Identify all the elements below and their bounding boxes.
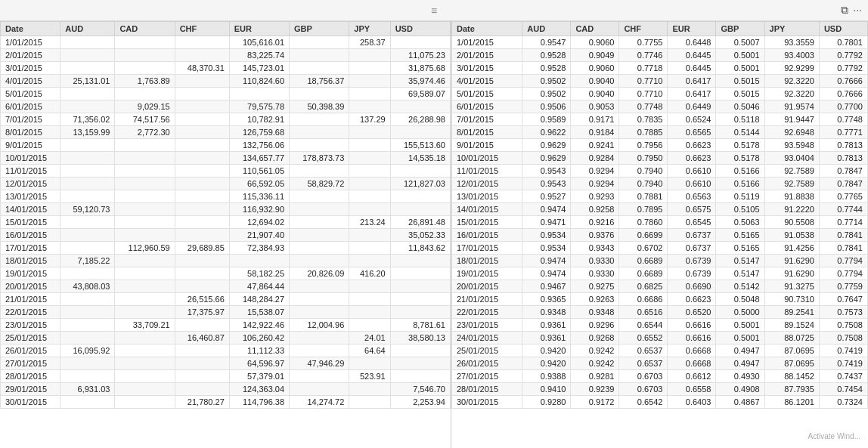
right-col-header-date: Date — [451, 22, 522, 36]
left-cell-r12-c1 — [60, 190, 115, 203]
right-cell-r14-c4: 0.6545 — [668, 216, 716, 229]
right-cell-r5-c7: 0.7700 — [819, 100, 867, 113]
right-cell-r16-c1: 0.9534 — [522, 242, 571, 255]
left-cell-r20-c0: 21/01/2015 — [1, 293, 60, 306]
right-cell-r1-c2: 0.9049 — [571, 49, 619, 62]
left-cell-r26-c1 — [60, 370, 115, 383]
restore-icon[interactable]: ⧉ — [841, 4, 848, 17]
right-table-panel[interactable]: DateAUDCADCHFEURGBPJPYUSD 1/01/20150.954… — [451, 21, 868, 448]
right-cell-r22-c6: 89.1524 — [764, 319, 819, 332]
left-cell-r11-c0: 12/01/2015 — [1, 178, 60, 190]
left-cell-r4-c3 — [175, 88, 229, 100]
left-cell-r7-c4: 126,759.68 — [229, 126, 289, 139]
left-cell-r3-c1: 25,131.01 — [60, 75, 115, 88]
left-cell-r18-c1 — [60, 267, 115, 280]
left-cell-r12-c0: 13/01/2015 — [1, 190, 60, 203]
right-cell-r3-c4: 0.6417 — [668, 75, 716, 88]
left-cell-r13-c7 — [390, 203, 450, 216]
right-col-header-jpy: JPY — [764, 22, 819, 36]
table-row: 24/01/20150.93610.92680.65520.66160.5001… — [451, 332, 867, 344]
right-cell-r6-c2: 0.9171 — [571, 113, 619, 126]
table-row: 16/01/201521,907.4035,052.33 — [1, 229, 451, 242]
right-cell-r0-c4: 0.6448 — [668, 36, 716, 49]
right-cell-r13-c5: 0.5105 — [716, 203, 764, 216]
table-row: 10/01/20150.96290.92840.79500.66230.5178… — [451, 152, 867, 165]
left-cell-r3-c2: 1,763.89 — [115, 75, 175, 88]
left-cell-r7-c0: 8/01/2015 — [1, 126, 60, 139]
table-row: 25/01/20150.94200.92420.65370.66680.4947… — [451, 344, 867, 357]
right-cell-r23-c3: 0.6552 — [619, 332, 668, 344]
left-cell-r12-c5 — [290, 190, 349, 203]
right-cell-r27-c0: 28/01/2015 — [451, 383, 522, 396]
right-cell-r10-c0: 11/01/2015 — [451, 165, 522, 178]
right-cell-r4-c6: 92.3220 — [764, 88, 819, 100]
right-cell-r3-c3: 0.7710 — [619, 75, 668, 88]
left-cell-r7-c1: 13,159.99 — [60, 126, 115, 139]
table-row: 28/01/20150.94100.92390.67030.65580.4908… — [451, 383, 867, 396]
menu-icon[interactable]: ··· — [853, 4, 862, 17]
left-table-panel[interactable]: DateAUDCADCHFEURGBPJPYUSD 1/01/2015105,6… — [0, 21, 451, 448]
table-row: 9/01/20150.96290.92410.79560.66230.51789… — [451, 139, 867, 152]
table-row: 13/01/2015115,336.11 — [1, 190, 451, 203]
right-col-header-gbp: GBP — [716, 22, 764, 36]
left-cell-r14-c0: 15/01/2015 — [1, 216, 60, 229]
right-table-body: 1/01/20150.95470.90600.77550.64480.50079… — [451, 36, 867, 409]
right-cell-r0-c1: 0.9547 — [522, 36, 571, 49]
right-cell-r27-c2: 0.9239 — [571, 383, 619, 396]
right-cell-r3-c7: 0.7666 — [819, 75, 867, 88]
left-cell-r13-c5 — [290, 203, 349, 216]
left-cell-r28-c4: 114,796.38 — [229, 396, 289, 409]
table-row: 29/01/20156,931.03124,363.047,546.70 — [1, 383, 451, 396]
right-cell-r28-c1: 0.9280 — [522, 396, 571, 409]
right-cell-r3-c2: 0.9040 — [571, 75, 619, 88]
right-cell-r23-c0: 24/01/2015 — [451, 332, 522, 344]
left-cell-r11-c2 — [115, 178, 175, 190]
drag-handle[interactable]: ≡ — [431, 5, 437, 17]
left-cell-r22-c7: 8,781.61 — [390, 319, 450, 332]
left-cell-r21-c5 — [290, 306, 349, 319]
left-cell-r18-c6: 416.20 — [349, 267, 390, 280]
left-cell-r17-c2 — [115, 255, 175, 267]
right-cell-r26-c3: 0.6703 — [619, 370, 668, 383]
left-cell-r2-c3: 48,370.31 — [175, 62, 229, 75]
left-cell-r13-c6 — [349, 203, 390, 216]
left-cell-r16-c3: 29,689.85 — [175, 242, 229, 255]
left-cell-r27-c6 — [349, 383, 390, 396]
left-cell-r17-c1: 7,185.22 — [60, 255, 115, 267]
left-cell-r2-c5 — [290, 62, 349, 75]
right-cell-r12-c6: 91.8838 — [764, 190, 819, 203]
right-cell-r24-c5: 0.4947 — [716, 344, 764, 357]
right-cell-r23-c7: 0.7508 — [819, 332, 867, 344]
left-cell-r19-c5 — [290, 280, 349, 293]
left-cell-r0-c2 — [115, 36, 175, 49]
left-cell-r27-c1: 6,931.03 — [60, 383, 115, 396]
right-cell-r7-c0: 8/01/2015 — [451, 126, 522, 139]
right-cell-r8-c7: 0.7813 — [819, 139, 867, 152]
left-cell-r11-c6 — [349, 178, 390, 190]
left-cell-r17-c6 — [349, 255, 390, 267]
right-cell-r26-c1: 0.9388 — [522, 370, 571, 383]
right-cell-r15-c6: 91.0538 — [764, 229, 819, 242]
right-cell-r9-c4: 0.6623 — [668, 152, 716, 165]
left-cell-r24-c6: 64.64 — [349, 344, 390, 357]
left-cell-r15-c4: 21,907.40 — [229, 229, 289, 242]
right-cell-r3-c6: 92.3220 — [764, 75, 819, 88]
left-cell-r27-c4: 124,363.04 — [229, 383, 289, 396]
right-cell-r0-c5: 0.5007 — [716, 36, 764, 49]
right-cell-r14-c3: 0.7860 — [619, 216, 668, 229]
right-cell-r4-c1: 0.9502 — [522, 88, 571, 100]
right-cell-r12-c5: 0.5119 — [716, 190, 764, 203]
right-cell-r1-c6: 93.4003 — [764, 49, 819, 62]
right-cell-r21-c6: 89.2541 — [764, 306, 819, 319]
left-cell-r21-c7 — [390, 306, 450, 319]
left-cell-r4-c2 — [115, 88, 175, 100]
right-cell-r4-c5: 0.5015 — [716, 88, 764, 100]
left-cell-r12-c7 — [390, 190, 450, 203]
left-cell-r15-c1 — [60, 229, 115, 242]
right-cell-r19-c6: 91.3275 — [764, 280, 819, 293]
right-cell-r8-c3: 0.7956 — [619, 139, 668, 152]
right-cell-r27-c7: 0.7454 — [819, 383, 867, 396]
right-cell-r15-c0: 16/01/2015 — [451, 229, 522, 242]
right-cell-r21-c7: 0.7573 — [819, 306, 867, 319]
left-cell-r8-c1 — [60, 139, 115, 152]
